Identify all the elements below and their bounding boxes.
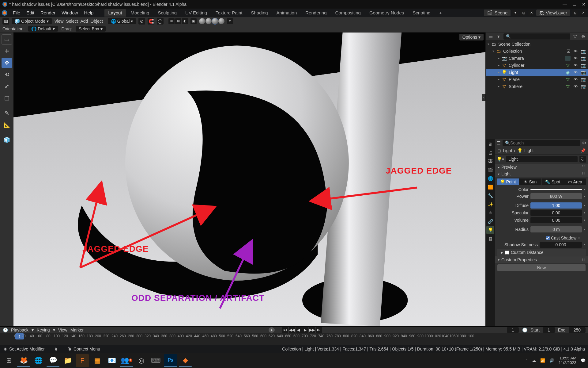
outliner-sphere[interactable]: ▸▽Sphere▽👁📷 xyxy=(486,83,588,90)
crumb-data[interactable]: Light xyxy=(524,148,533,153)
current-frame-field[interactable]: 1 xyxy=(507,327,519,333)
taskbar-app-f[interactable]: F xyxy=(76,354,89,367)
timeline-view-menu[interactable]: View xyxy=(58,328,67,332)
tab-geometry-nodes[interactable]: Geometry Nodes xyxy=(366,9,408,17)
timeline-marker-menu[interactable]: Marker xyxy=(70,328,84,332)
tab-modeling[interactable]: Modeling xyxy=(127,9,153,17)
tray-wifi-icon[interactable]: 📶 xyxy=(540,358,545,363)
taskbar-firefox[interactable]: 🦊 xyxy=(17,354,30,367)
props-editor-type-icon[interactable]: ☰ xyxy=(497,140,501,145)
tool-cursor[interactable]: ✛ xyxy=(2,46,12,56)
tab-compositing[interactable]: Compositing xyxy=(332,9,364,17)
taskbar-sublime[interactable]: ▦ xyxy=(91,354,104,367)
xray-icon[interactable]: ▣ xyxy=(190,18,197,24)
datablock-type-icon[interactable]: 💡▾ xyxy=(497,157,504,162)
taskbar-photoshop[interactable]: Ps xyxy=(164,354,177,367)
tool-move[interactable]: ✥ xyxy=(2,58,12,68)
light-type-spot[interactable]: 🔦 Spot xyxy=(542,178,564,185)
keyframe-next-icon[interactable]: ▶▶ xyxy=(309,327,315,333)
maximize-button[interactable]: ▭ xyxy=(572,2,576,7)
taskbar-outlook[interactable]: 📧 xyxy=(105,354,118,367)
autokey-icon[interactable]: ● xyxy=(269,327,275,333)
snap-icon[interactable]: 🧲 xyxy=(148,18,154,25)
keyframe-prev-icon[interactable]: ◀◀ xyxy=(289,327,295,333)
light-type-sun[interactable]: ☀ Sun xyxy=(519,178,541,185)
menu-help[interactable]: Help xyxy=(82,9,96,16)
scene-new-icon[interactable]: ⎘ xyxy=(520,10,526,16)
sidebar-toggle[interactable]: ‹ xyxy=(482,94,485,101)
custom-props-header[interactable]: ▾Custom Properties⠿ xyxy=(495,256,588,263)
taskbar-obs[interactable]: ◎ xyxy=(135,354,148,367)
scene-browse-icon[interactable]: ▾ xyxy=(512,10,518,16)
tab-render-props[interactable]: 🖥 xyxy=(486,140,494,148)
drag-dropdown[interactable]: Select Box ▾ xyxy=(76,26,106,32)
timeline-keying-menu[interactable]: Keying xyxy=(37,328,50,332)
transform-orientation[interactable]: 🌐 Global ▾ xyxy=(108,18,136,24)
shading-rendered[interactable] xyxy=(218,18,224,24)
play-reverse-icon[interactable]: ◀ xyxy=(296,327,302,333)
scene-delete-icon[interactable]: ✕ xyxy=(528,10,534,16)
tab-world-props[interactable]: 🌐 xyxy=(486,174,494,182)
custom-distance-header[interactable]: ▸Custom Distance xyxy=(497,249,586,256)
orientation-dropdown[interactable]: 🌐 Default ▾ xyxy=(28,26,58,32)
props-options-icon[interactable]: ⚙ xyxy=(582,140,586,145)
view-menu[interactable]: View xyxy=(54,19,63,24)
viewport-options[interactable]: Options ▾ xyxy=(459,34,484,40)
close-button[interactable]: ✕ xyxy=(582,2,586,7)
outliner-cylinder[interactable]: ▸▽Cylinder▽👁📷 xyxy=(486,62,588,69)
menu-edit[interactable]: Edit xyxy=(24,9,37,16)
tab-data-props[interactable]: 💡 xyxy=(486,226,494,234)
outliner-plane[interactable]: ▸▽Plane▽👁📷 xyxy=(486,76,588,83)
preview-panel-header[interactable]: ▸Preview⠿ xyxy=(495,164,588,171)
pivot-icon[interactable]: ⊙ xyxy=(138,18,145,25)
viewlayer-delete-icon[interactable]: ✕ xyxy=(580,10,586,16)
tab-physics-props[interactable]: ⚛ xyxy=(486,209,494,217)
softness-field[interactable]: 0.000 xyxy=(540,242,582,248)
outliner-camera[interactable]: ▸📷Camera👁📷 xyxy=(486,55,588,62)
new-custom-prop-button[interactable]: +New xyxy=(497,264,586,271)
object-menu[interactable]: Object xyxy=(90,19,103,24)
select-menu[interactable]: Select xyxy=(66,19,78,24)
viewlayer-new-icon[interactable]: ⎘ xyxy=(572,10,578,16)
shading-material[interactable] xyxy=(212,18,218,24)
radius-field[interactable]: 0 m xyxy=(530,226,582,232)
start-frame-field[interactable]: 1 xyxy=(543,327,555,333)
add-menu[interactable]: Add xyxy=(80,19,88,24)
tab-layout[interactable]: Layout xyxy=(104,9,126,17)
power-field[interactable]: 800 W xyxy=(530,193,582,199)
outliner-new-collection-icon[interactable]: ⊕ xyxy=(580,33,586,40)
light-type-point[interactable]: 💡 Point xyxy=(497,178,519,185)
tab-animation[interactable]: Animation xyxy=(273,9,301,17)
tool-rotate[interactable]: ⟲ xyxy=(2,69,12,80)
overlay-toggle-icon[interactable]: ◐ xyxy=(182,18,188,24)
minimize-button[interactable]: — xyxy=(563,2,567,7)
outliner-filter-icon[interactable]: ▽ xyxy=(572,33,578,40)
scene-selector[interactable]: 🎬 Scene xyxy=(484,10,511,16)
tab-texture-props[interactable]: ▦ xyxy=(486,235,494,243)
timeline-type-icon[interactable]: 🕐 xyxy=(2,327,8,333)
shading-wireframe[interactable] xyxy=(199,18,205,24)
pin-icon[interactable]: 📌 xyxy=(580,148,586,153)
end-frame-field[interactable]: 250 xyxy=(569,327,586,333)
start-button[interactable]: ⊞ xyxy=(2,354,15,367)
tab-object-props[interactable]: 🟧 xyxy=(486,183,494,191)
color-field[interactable] xyxy=(530,189,582,190)
tab-texture-paint[interactable]: Texture Paint xyxy=(212,9,246,17)
outliner-collection[interactable]: ▾🗀Collection☑👁📷 xyxy=(486,48,588,55)
tool-transform[interactable]: ◫ xyxy=(2,93,12,103)
tool-add-cube[interactable]: 🧊 xyxy=(2,135,12,145)
timeline-playback-menu[interactable]: Playback xyxy=(11,328,28,332)
viewlayer-selector[interactable]: 🖼 ViewLayer xyxy=(536,10,570,16)
taskbar-char[interactable]: ⌨ xyxy=(149,354,162,367)
shading-solid[interactable] xyxy=(205,18,212,24)
shading-options-icon[interactable]: ▾ xyxy=(227,18,233,24)
outliner-type-icon[interactable]: ☰ xyxy=(488,33,494,40)
tab-scripting[interactable]: Scripting xyxy=(409,9,434,17)
tab-modifier-props[interactable]: 🔧 xyxy=(486,192,494,200)
taskbar-explorer[interactable]: 📁 xyxy=(61,354,74,367)
editor-type-icon[interactable]: ▦ xyxy=(2,18,9,25)
tray-chevron-icon[interactable]: ˄ xyxy=(526,358,528,363)
mode-dropdown[interactable]: 🧊 Object Mode ▾ xyxy=(12,18,52,24)
outliner-scene-collection[interactable]: ▾🗀Scene Collection xyxy=(486,40,588,48)
tray-volume-icon[interactable]: 🔊 xyxy=(549,358,554,363)
